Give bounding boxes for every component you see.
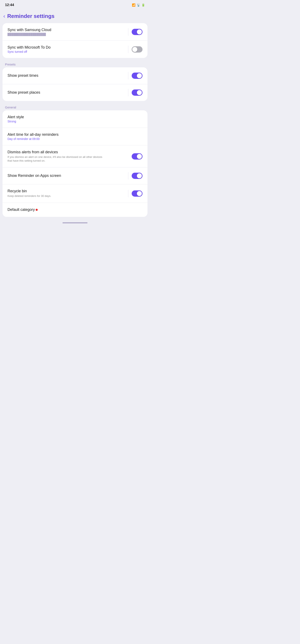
- signal-icon: 📡: [137, 3, 140, 7]
- default-category-left: Default category: [7, 208, 139, 212]
- dismiss-alerts-row[interactable]: Dismiss alerts from all devices If you d…: [2, 145, 147, 168]
- dismiss-alerts-toggle[interactable]: [132, 153, 142, 160]
- sync-microsoft-title: Sync with Microsoft To Do: [7, 45, 125, 50]
- toggle-knob: [137, 90, 142, 95]
- sync-microsoft-row[interactable]: Sync with Microsoft To Do Sync turned of…: [2, 41, 147, 58]
- home-bar: [0, 218, 150, 226]
- show-reminder-apps-toggle-wrapper: [128, 172, 142, 180]
- toggle-knob: [137, 154, 142, 159]
- show-preset-times-toggle-wrapper: [128, 72, 142, 80]
- divider: [128, 46, 128, 53]
- show-preset-times-title: Show preset times: [7, 74, 125, 78]
- sync-microsoft-toggle[interactable]: [132, 46, 142, 52]
- page-title: Reminder settings: [7, 13, 55, 20]
- dismiss-alerts-left: Dismiss alerts from all devices If you d…: [7, 150, 128, 163]
- battery-icon: 🔋: [141, 3, 145, 7]
- divider: [128, 172, 128, 180]
- default-category-row[interactable]: Default category: [2, 203, 147, 217]
- status-icons: 📶 📡 🔋: [132, 3, 145, 7]
- home-bar-pill: [62, 222, 87, 223]
- recycle-bin-toggle-wrapper: [128, 190, 142, 197]
- show-preset-places-row[interactable]: Show preset places: [2, 84, 147, 101]
- alert-style-left: Alert style Strong: [7, 115, 139, 123]
- alert-time-title: Alert time for all-day reminders: [7, 132, 139, 137]
- alert-time-left: Alert time for all-day reminders Day of …: [7, 132, 139, 140]
- dismiss-alerts-toggle-wrapper: [132, 153, 142, 160]
- toggle-knob: [137, 30, 142, 34]
- divider: [128, 89, 128, 96]
- show-reminder-apps-left: Show Reminder on Apps screen: [7, 174, 125, 178]
- show-reminder-apps-title: Show Reminder on Apps screen: [7, 174, 125, 178]
- red-dot-icon: [36, 209, 38, 211]
- recycle-bin-desc: Keep deleted reminders for 30 days.: [7, 194, 107, 198]
- general-section-label: General: [0, 102, 150, 110]
- divider: [128, 72, 128, 80]
- alert-style-row[interactable]: Alert style Strong: [2, 110, 147, 128]
- show-preset-places-left: Show preset places: [7, 90, 125, 95]
- alert-time-row[interactable]: Alert time for all-day reminders Day of …: [2, 128, 147, 145]
- sync-microsoft-left: Sync with Microsoft To Do Sync turned of…: [7, 45, 125, 54]
- sync-samsung-account: ████████████████████: [7, 33, 125, 36]
- recycle-bin-title: Recycle bin: [7, 189, 125, 193]
- alert-time-value: Day of reminder at 09:00: [7, 137, 139, 140]
- divider: [128, 190, 128, 197]
- alert-style-value: Strong: [7, 120, 139, 123]
- sync-card: Sync with Samsung Cloud ████████████████…: [2, 23, 147, 58]
- general-card: Alert style Strong Alert time for all-da…: [2, 110, 147, 217]
- sync-samsung-left: Sync with Samsung Cloud ████████████████…: [7, 28, 125, 36]
- recycle-bin-left: Recycle bin Keep deleted reminders for 3…: [7, 189, 125, 198]
- show-preset-places-title: Show preset places: [7, 90, 125, 95]
- dismiss-alerts-title: Dismiss alerts from all devices: [7, 150, 128, 154]
- sync-samsung-title: Sync with Samsung Cloud: [7, 28, 125, 32]
- toggle-knob: [137, 73, 142, 78]
- back-button[interactable]: ‹: [3, 13, 5, 20]
- dismiss-alerts-desc: If you dismiss an alert on one device, i…: [7, 155, 107, 163]
- alert-style-title: Alert style: [7, 115, 139, 119]
- sync-microsoft-toggle-wrapper: [128, 46, 142, 53]
- sync-turned-off: Sync turned off: [7, 50, 125, 54]
- recycle-bin-toggle[interactable]: [132, 190, 142, 197]
- default-category-title: Default category: [7, 208, 139, 212]
- sync-samsung-toggle[interactable]: [132, 29, 142, 35]
- sync-samsung-row[interactable]: Sync with Samsung Cloud ████████████████…: [2, 23, 147, 41]
- divider: [128, 28, 128, 36]
- status-bar: 12:44 📶 📡 🔋: [0, 0, 150, 9]
- show-preset-times-left: Show preset times: [7, 74, 125, 78]
- toggle-knob: [137, 191, 142, 196]
- wifi-icon: 📶: [132, 3, 135, 7]
- show-preset-times-toggle[interactable]: [132, 72, 142, 79]
- show-reminder-apps-toggle[interactable]: [132, 173, 142, 179]
- toggle-knob: [137, 173, 142, 178]
- show-preset-times-row[interactable]: Show preset times: [2, 67, 147, 84]
- status-time: 12:44: [5, 3, 14, 7]
- sync-samsung-toggle-wrapper: [128, 28, 142, 36]
- presets-card: Show preset times Show preset places: [2, 67, 147, 101]
- presets-section-label: Presets: [0, 60, 150, 67]
- recycle-bin-row[interactable]: Recycle bin Keep deleted reminders for 3…: [2, 184, 147, 203]
- show-reminder-apps-row[interactable]: Show Reminder on Apps screen: [2, 168, 147, 184]
- toggle-knob: [132, 47, 137, 52]
- show-preset-places-toggle-wrapper: [128, 89, 142, 96]
- show-preset-places-toggle[interactable]: [132, 90, 142, 96]
- page-header: ‹ Reminder settings: [0, 9, 150, 23]
